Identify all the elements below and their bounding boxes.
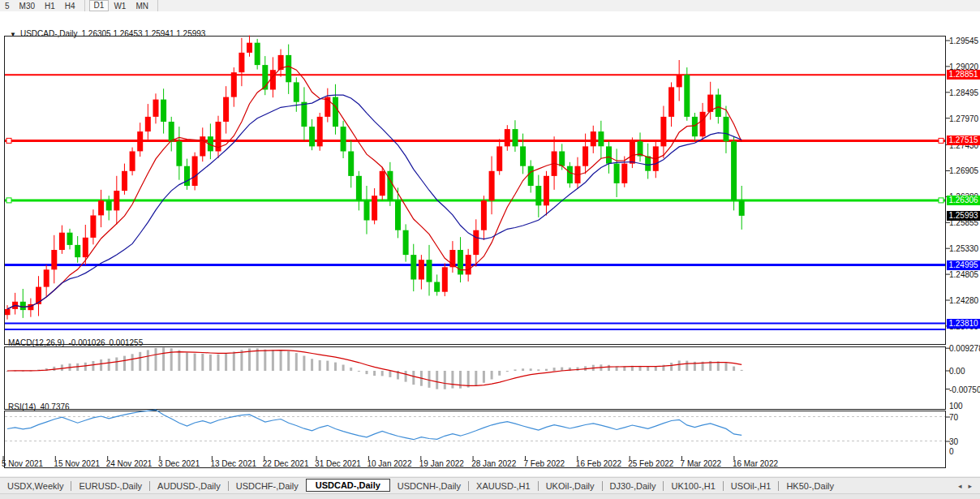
symbol-tab-usdcad[interactable]: USDCAD-,Daily (306, 479, 390, 492)
hline-price-badge: 1.26306 (947, 196, 980, 205)
price-axis-tick: 1.28495 (949, 88, 980, 97)
hline-price-badge: 1.28851 (947, 70, 980, 80)
symbol-tab-uk100[interactable]: UK100-,H1 (664, 480, 722, 492)
price-axis-tick: 1.26905 (949, 166, 980, 175)
hline-price-badge: 1.27515 (947, 136, 980, 145)
timeframe-button-mn[interactable]: MN (131, 1, 153, 11)
time-axis-label: 24 Nov 2021 (106, 459, 153, 468)
toolbar-separator (157, 0, 158, 11)
chart-window (0, 11, 980, 476)
timeframe-button-w1[interactable]: W1 (109, 1, 131, 11)
timeframe-toolbar: 5M30H1H4D1W1MN (0, 0, 980, 12)
symbol-tab-usdcnh[interactable]: USDCNH-,Daily (390, 480, 468, 492)
tab-scroll-left-icon[interactable]: ◂ (955, 482, 965, 490)
toolbar-separator (84, 0, 85, 11)
macd-pane[interactable] (4, 346, 946, 410)
symbol-tab-audusd[interactable]: AUDUSD-,Daily (150, 480, 228, 492)
timeframe-button-h4[interactable]: H4 (60, 1, 80, 11)
symbol-tab-xauusd[interactable]: XAUUSD-,H1 (469, 480, 538, 492)
time-axis-label: 5 Nov 2021 (2, 459, 43, 468)
time-axis-label: 3 Dec 2021 (158, 459, 200, 468)
current-price-badge: 1.25993 (947, 211, 980, 221)
price-axis-tick: 1.29545 (949, 37, 980, 45)
rsi-indicator-name: RSI(14) (8, 402, 36, 411)
price-axis-tick: 1.27970 (949, 114, 980, 123)
time-axis-label: 19 Jan 2022 (419, 459, 464, 468)
symbol-tab-usdchf[interactable]: USDCHF-,Daily (229, 480, 306, 492)
rsi-axis-tick: 30 (949, 437, 980, 446)
symbol-tab-usdx[interactable]: USDX,Weekly (0, 480, 71, 492)
macd-signal-value: 0.001255 (110, 338, 144, 347)
macd-label: MACD(12,26,9)-0.0010260.001255 (8, 338, 143, 347)
rsi-value: 40.7376 (40, 402, 69, 411)
price-axis-tick: 1.24805 (949, 270, 980, 279)
macd-axis-tick: 0.009278 (949, 344, 980, 353)
chart-title: ▼USDCAD-,Daily1.26305 1.26453 1.25941 1.… (10, 29, 205, 38)
time-axis-label: 10 Jan 2022 (367, 459, 411, 468)
symbol-tab-hk50[interactable]: HK50-,Daily (779, 480, 841, 492)
symbol-tab-usoil[interactable]: USOil-,H1 (724, 480, 779, 492)
symbol-tab-ukoil[interactable]: UKOil-,Daily (539, 480, 602, 492)
rsi-axis-tick: 0 (949, 447, 980, 456)
time-axis-label: 7 Mar 2022 (681, 459, 722, 468)
symbol-tabbar: USDX,WeeklyEURUSD-,DailyAUDUSD-,DailyUSD… (0, 477, 980, 494)
macd-axis-tick: -0.00750 (949, 385, 980, 394)
time-axis-label: 28 Jan 2022 (471, 459, 516, 468)
rsi-axis-tick: 100 (949, 402, 980, 411)
time-axis-label: 31 Dec 2021 (315, 459, 361, 468)
ohlc-values: 1.26305 1.26453 1.25941 1.25993 (81, 29, 205, 38)
macd-main-value: -0.001026 (68, 338, 105, 347)
symbol-tab-eurusd[interactable]: EURUSD-,Daily (71, 480, 149, 492)
time-axis-label: 13 Dec 2021 (210, 459, 256, 468)
time-axis-label: 22 Dec 2021 (263, 459, 309, 468)
timeframe-button-m30[interactable]: M30 (15, 1, 40, 11)
tab-navigation: ◂ ▸ (955, 482, 980, 490)
macd-indicator-name: MACD(12,26,9) (8, 338, 64, 347)
rsi-label: RSI(14)40.7376 (8, 402, 70, 411)
time-axis-label: 7 Feb 2022 (524, 459, 565, 468)
hline-price-badge: 1.24995 (947, 260, 980, 270)
symbol-dropdown-icon[interactable]: ▼ (10, 31, 16, 38)
symbol-tabs: USDX,WeeklyEURUSD-,DailyAUDUSD-,DailyUSD… (0, 480, 841, 492)
time-axis-label: 16 Feb 2022 (576, 459, 621, 468)
main-chart-pane[interactable] (4, 36, 946, 345)
timeframe-button-d1[interactable]: D1 (89, 0, 110, 11)
price-axis-tick: 1.25330 (949, 244, 980, 253)
timeframe-button-h1[interactable]: H1 (40, 1, 60, 11)
symbol-timeframe-label: USDCAD-,Daily (20, 29, 78, 38)
time-axis-label: 25 Feb 2022 (628, 459, 673, 468)
macd-axis-tick: 0.00 (949, 367, 980, 376)
hline-price-badge: 1.23810 (947, 319, 980, 329)
trading-app-window: 5M30H1H4D1W1MN ▼USDCAD-,Daily1.26305 1.2… (0, 0, 980, 499)
time-axis-label: 15 Nov 2021 (54, 459, 100, 468)
symbol-tab-dj30[interactable]: DJ30-,Daily (603, 480, 664, 492)
price-axis-tick: 1.24280 (949, 296, 980, 305)
tab-scroll-right-icon[interactable]: ▸ (965, 482, 975, 490)
time-axis-label: 16 Mar 2022 (733, 459, 778, 468)
timeframe-button-5[interactable]: 5 (0, 1, 15, 11)
status-strip (0, 493, 980, 499)
rsi-axis-tick: 70 (949, 413, 980, 422)
